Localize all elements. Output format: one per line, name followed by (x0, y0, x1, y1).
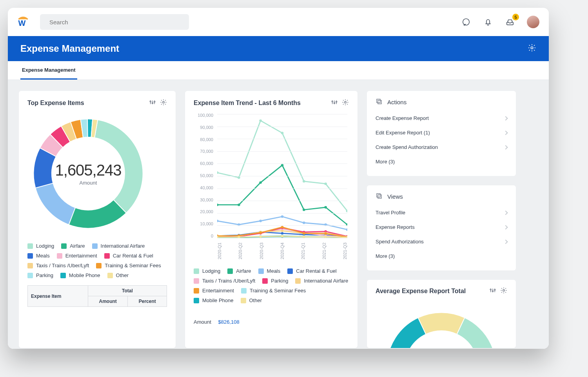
x-tick: 2021-Q2 (322, 243, 327, 259)
svg-rect-96 (377, 99, 380, 103)
views-item[interactable]: Spend Authorizations (376, 234, 507, 249)
section-item-label: More (3) (376, 253, 395, 259)
svg-point-10 (154, 101, 155, 102)
svg-point-72 (303, 232, 305, 234)
half-donut-chart[interactable] (376, 301, 507, 348)
legend-item[interactable]: Entertainment (194, 288, 234, 294)
donut-chart[interactable]: 1,605,243 Amount (27, 113, 149, 234)
svg-point-36 (281, 216, 284, 218)
filter-icon[interactable] (489, 287, 496, 295)
swatch-icon (194, 288, 199, 294)
legend-item[interactable]: Parking (27, 272, 53, 278)
legend-item[interactable]: Mobile Phone (194, 297, 234, 303)
legend-item[interactable]: Parking (262, 278, 288, 284)
y-tick: 60,000 (194, 161, 213, 166)
legend-item[interactable]: Other (107, 272, 129, 278)
gear-icon[interactable] (500, 287, 507, 295)
legend-item[interactable]: Taxis / Trains /Uber/Lyft (27, 263, 89, 268)
legend-label: Mobile Phone (202, 297, 234, 303)
search-input[interactable] (49, 19, 183, 25)
legend-item[interactable]: Airfare (227, 268, 251, 274)
legend-item[interactable]: Training & Seminar Fees (241, 288, 306, 294)
views-item[interactable]: More (3) (376, 249, 507, 263)
actions-item[interactable]: Create Expense Report (376, 111, 507, 125)
section-title-label: Actions (387, 99, 407, 105)
legend-item[interactable]: Airfare (61, 243, 85, 249)
svg-point-22 (281, 132, 284, 134)
actions-item[interactable]: Create Spend Authorization (376, 140, 507, 154)
dashboard-body: Top Expense Items 1,605,243 Amount Lodgi… (8, 80, 549, 349)
legend-item[interactable]: International Airfare (295, 278, 348, 284)
svg-point-37 (303, 221, 305, 224)
svg-point-92 (281, 235, 284, 237)
svg-text:W: W (18, 19, 26, 27)
svg-point-28 (259, 181, 262, 184)
side-column: Actions Create Expense ReportEdit Expens… (367, 91, 516, 348)
section-item-label: Create Spend Authorization (376, 144, 438, 150)
bell-icon[interactable] (483, 17, 493, 27)
svg-rect-99 (378, 195, 381, 198)
th-amount: Amount (88, 296, 128, 307)
stack-icon (376, 98, 383, 106)
legend-item[interactable]: Entertainment (57, 253, 97, 259)
actions-item[interactable]: More (3) (376, 154, 507, 169)
legend-item[interactable]: Taxis / Trains /Uber/Lyft (194, 278, 255, 284)
legend-label: International Airfare (304, 278, 348, 284)
svg-point-106 (503, 290, 505, 292)
swatch-icon (241, 298, 246, 303)
y-tick: 100,000 (194, 113, 213, 118)
svg-point-19 (217, 171, 218, 174)
gear-icon[interactable] (160, 99, 167, 107)
line-chart[interactable]: 100,00090,00080,00070,00060,00050,00040,… (194, 113, 349, 250)
stack-icon (376, 192, 383, 201)
legend-item[interactable]: Car Rental & Fuel (287, 268, 336, 274)
legend-item[interactable]: Lodging (27, 243, 54, 249)
legend-item[interactable]: Meals (258, 268, 281, 274)
legend-label: Parking (271, 278, 288, 284)
svg-point-23 (303, 180, 305, 182)
chevron-right-icon (503, 145, 508, 149)
workday-logo[interactable]: W (17, 16, 29, 28)
x-tick: 2020-Q2 (238, 243, 243, 259)
gear-icon[interactable] (342, 99, 349, 107)
y-tick: 90,000 (194, 125, 213, 130)
views-item[interactable]: Travel Profile (376, 205, 507, 220)
views-item[interactable]: Expense Reports (376, 220, 507, 234)
svg-point-31 (324, 206, 327, 208)
legend-item[interactable]: International Airfare (92, 243, 145, 249)
amount-value[interactable]: $826,108 (218, 319, 239, 325)
search-box[interactable] (40, 14, 189, 30)
filter-icon[interactable] (331, 99, 338, 107)
legend-item[interactable]: Car Rental & Fuel (104, 253, 153, 259)
legend-item[interactable]: Training & Seminar Fees (96, 263, 161, 268)
legend-item[interactable]: Lodging (194, 268, 220, 274)
legend-label: Lodging (202, 268, 220, 274)
top-expense-table: Expense Item Total Amount Percent (27, 285, 167, 307)
topbar: W 5 (8, 8, 549, 36)
svg-rect-97 (378, 100, 381, 104)
svg-point-3 (463, 19, 470, 25)
chevron-right-icon (503, 116, 508, 120)
swatch-icon (92, 243, 98, 249)
svg-point-4 (531, 47, 533, 49)
section-title-label: Views (387, 193, 403, 200)
user-avatar[interactable] (527, 16, 539, 28)
page-settings-icon[interactable] (528, 44, 536, 54)
swatch-icon (107, 273, 113, 278)
legend-item[interactable]: Meals (27, 253, 50, 259)
legend-item[interactable]: Mobile Phone (60, 272, 100, 278)
svg-point-21 (259, 120, 262, 122)
filter-icon[interactable] (149, 99, 156, 107)
chevron-right-icon (503, 130, 508, 135)
top-icons: 5 (461, 16, 539, 28)
legend-label: Mobile Phone (69, 272, 100, 278)
swatch-icon (96, 263, 102, 268)
actions-item[interactable]: Edit Expense Report (1) (376, 125, 507, 140)
tab-expense-management[interactable]: Expense Management (20, 67, 77, 80)
legend-item[interactable]: Other (241, 297, 262, 303)
tray-badge: 5 (512, 14, 519, 20)
svg-point-8 (152, 103, 153, 104)
section-actions: Actions Create Expense ReportEdit Expens… (367, 91, 516, 176)
tray-icon[interactable]: 5 (505, 17, 515, 27)
chat-icon[interactable] (461, 17, 471, 27)
